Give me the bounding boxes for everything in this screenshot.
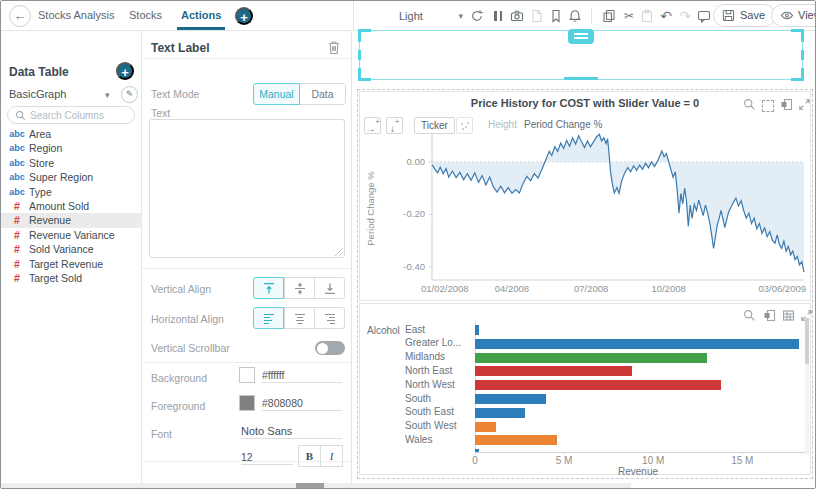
resize-corner-icon[interactable] xyxy=(358,68,371,81)
valign-bottom-button[interactable] xyxy=(314,277,345,299)
add-dashboard-button[interactable]: + xyxy=(235,7,253,25)
resize-side-handle[interactable] xyxy=(358,50,361,60)
copy-button[interactable] xyxy=(601,8,617,24)
bar-east[interactable] xyxy=(475,325,479,335)
horizontal-align-group xyxy=(253,307,345,329)
bar-x-axis-line xyxy=(475,452,805,453)
snapshot-button[interactable] xyxy=(509,8,525,24)
bookmark-button[interactable] xyxy=(548,8,564,24)
selected-text-label-widget[interactable] xyxy=(359,30,803,80)
tab-stocks-analysis[interactable]: Stocks Analysis xyxy=(38,1,114,30)
resize-corner-icon[interactable] xyxy=(791,29,804,42)
comment-button[interactable] xyxy=(696,8,712,24)
cut-icon[interactable]: ✂ xyxy=(621,8,637,24)
foreground-swatch[interactable] xyxy=(239,395,255,411)
resize-side-handle[interactable] xyxy=(801,50,804,60)
svg-text:0.00: 0.00 xyxy=(407,156,426,167)
bar-category-label: North East xyxy=(405,365,467,376)
bar-north-west[interactable] xyxy=(475,380,721,390)
bar-south-east[interactable] xyxy=(475,408,525,418)
valign-middle-button[interactable] xyxy=(284,277,315,299)
notifications-button[interactable] xyxy=(567,8,583,24)
scrollbar-thumb[interactable] xyxy=(296,483,324,489)
bar-north-east[interactable] xyxy=(475,366,632,376)
plus-icon: + xyxy=(240,10,248,25)
italic-button[interactable]: I xyxy=(320,445,343,467)
horizontal-scrollbar[interactable] xyxy=(1,483,631,489)
tab-stocks[interactable]: Stocks xyxy=(129,1,162,30)
bottom-resize-handle[interactable] xyxy=(564,77,598,81)
valign-top-button[interactable] xyxy=(253,277,284,299)
column-item[interactable]: #Target Revenue xyxy=(1,257,142,271)
bar-category-label: Wales xyxy=(405,434,467,445)
svg-text:10/2008: 10/2008 xyxy=(651,283,685,294)
bar-chart-scrollbar[interactable] xyxy=(805,318,809,454)
delete-widget-button[interactable] xyxy=(327,40,341,55)
column-name: Store xyxy=(29,156,54,170)
bold-button[interactable]: B xyxy=(298,445,321,467)
numeric-column-icon: # xyxy=(8,199,26,213)
column-item[interactable]: #Revenue Variance xyxy=(1,228,142,242)
text-mode-data-option[interactable]: Data xyxy=(299,83,346,105)
add-data-table-button[interactable]: + xyxy=(116,62,134,80)
text-column-icon: abc xyxy=(8,156,26,170)
resize-corner-icon[interactable] xyxy=(791,68,804,81)
undo-button[interactable]: ↶ xyxy=(658,8,674,24)
font-family-input[interactable] xyxy=(241,423,342,439)
svg-text:-0.40: -0.40 xyxy=(403,261,425,272)
back-button[interactable]: ← xyxy=(9,5,31,27)
svg-text:03/06/2009: 03/06/2009 xyxy=(758,283,806,294)
foreground-hex-input[interactable] xyxy=(262,395,342,411)
eye-icon xyxy=(780,9,794,22)
background-hex-input[interactable] xyxy=(262,367,342,383)
save-button[interactable]: Save xyxy=(713,4,776,27)
bar-wales[interactable] xyxy=(475,435,557,445)
tick-mark xyxy=(742,452,743,455)
font-style-group: B I xyxy=(298,445,343,467)
column-item[interactable]: #Target Sold xyxy=(1,271,142,285)
column-item[interactable]: #Revenue xyxy=(1,213,142,227)
theme-select[interactable]: Light ▾ xyxy=(399,6,471,26)
column-item[interactable]: abcArea xyxy=(1,127,142,141)
halign-left-button[interactable] xyxy=(253,307,284,329)
column-item[interactable]: #Amount Sold xyxy=(1,199,142,213)
drag-handle[interactable] xyxy=(568,29,594,44)
vertical-align-label: Vertical Align xyxy=(151,283,211,295)
view-button[interactable]: View xyxy=(771,4,816,27)
divider xyxy=(142,58,351,59)
column-item[interactable]: abcSuper Region xyxy=(1,170,142,184)
plus-icon: + xyxy=(121,65,129,80)
bar-midlands[interactable] xyxy=(475,353,707,363)
font-size-input[interactable] xyxy=(241,449,293,465)
column-item[interactable]: #Sold Variance xyxy=(1,242,142,256)
numeric-column-icon: # xyxy=(8,257,26,271)
text-mode-manual-option[interactable]: Manual xyxy=(253,83,300,105)
edit-dataset-button[interactable]: ✎ xyxy=(121,86,138,103)
vertical-scrollbar-label: Vertical Scrollbar xyxy=(151,342,230,354)
bar-greater-lo-[interactable] xyxy=(475,339,799,349)
resize-corner-icon[interactable] xyxy=(358,29,371,42)
tab-underline xyxy=(177,27,225,30)
halign-right-button[interactable] xyxy=(314,307,345,329)
search-columns-input[interactable] xyxy=(30,108,130,122)
bar-south[interactable] xyxy=(475,394,546,404)
column-item[interactable]: abcStore xyxy=(1,156,142,170)
text-input[interactable] xyxy=(149,119,345,258)
tick-mark xyxy=(564,452,565,455)
refresh-button[interactable] xyxy=(469,8,485,24)
bar-chart-plot[interactable]: Alcohol Revenue EastGreater Lo...Midland… xyxy=(360,304,812,476)
column-item[interactable]: abcType xyxy=(1,185,142,199)
foreground-label: Foreground xyxy=(151,400,205,412)
line-chart-plot[interactable]: 0.00-0.20-0.40Period Change %01/02/20080… xyxy=(360,92,812,302)
dataset-select[interactable]: BasicGraph ▾ ✎ xyxy=(9,88,135,104)
svg-text:07/2008: 07/2008 xyxy=(574,283,608,294)
halign-center-button[interactable] xyxy=(284,307,315,329)
background-swatch[interactable] xyxy=(239,367,255,383)
column-item[interactable]: abcRegion xyxy=(1,141,142,155)
vertical-scrollbar-toggle[interactable] xyxy=(315,341,345,355)
bar-south-west[interactable] xyxy=(475,422,496,432)
pause-button[interactable] xyxy=(490,8,506,24)
tab-actions[interactable]: Actions xyxy=(181,1,221,30)
bar-x-tick: 15 M xyxy=(731,455,753,466)
resize-handle-icon[interactable] xyxy=(334,247,343,256)
